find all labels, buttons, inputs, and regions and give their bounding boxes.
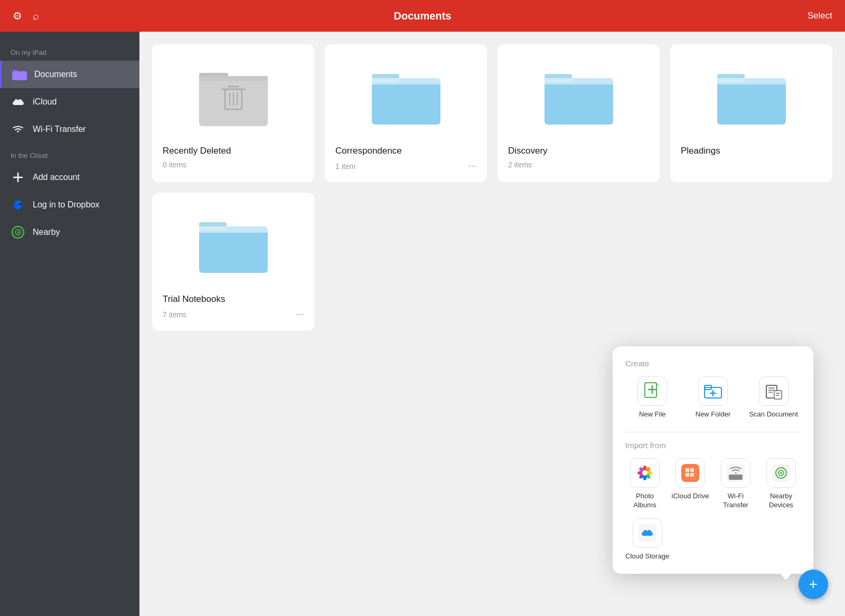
popup-icloud-drive[interactable]: iCloud Drive: [671, 458, 710, 510]
sidebar-item-documents-label: Documents: [34, 70, 77, 79]
popup-divider: [625, 432, 801, 432]
folder-meta-correspondence: 1 item ···: [335, 160, 476, 172]
folder-card-discovery[interactable]: Discovery 2 items: [497, 44, 660, 182]
fab-icon: +: [809, 576, 818, 593]
photo-albums-label: Photo Albums: [625, 492, 664, 510]
sidebar-item-wifi-label: Wi-Fi Transfer: [33, 125, 86, 134]
sidebar-item-dropbox[interactable]: Log in to Dropbox: [0, 191, 139, 219]
folder-icon: [12, 67, 27, 82]
create-items-grid: New File New Folder: [625, 376, 801, 419]
folders-grid: Recently Deleted 0 items Correspondence …: [152, 44, 832, 330]
trial-notebooks-more-button[interactable]: ···: [296, 309, 304, 320]
svg-rect-21: [372, 78, 440, 84]
svg-rect-28: [199, 226, 268, 273]
search-icon[interactable]: ⌕: [33, 10, 39, 22]
new-folder-icon: [698, 376, 728, 406]
dropbox-icon: [11, 197, 25, 212]
folder-icon-discovery: [508, 55, 649, 139]
sidebar-item-nearby-label: Nearby: [33, 228, 60, 237]
new-folder-label: New Folder: [696, 410, 730, 419]
folder-icon-correspondence: [335, 55, 476, 139]
new-file-icon: [637, 376, 667, 406]
folder-items-recently-deleted: 0 items: [163, 160, 186, 169]
svg-rect-59: [686, 473, 689, 477]
folder-name-recently-deleted: Recently Deleted: [163, 146, 304, 156]
top-bar: ⚙ ⌕ Documents Select: [0, 0, 845, 32]
folder-icon-trial-notebooks: [163, 203, 304, 288]
popup-scan-document[interactable]: Scan Document: [746, 376, 801, 419]
sidebar-item-icloud[interactable]: iCloud: [0, 88, 139, 116]
svg-rect-42: [774, 391, 782, 399]
on-my-ipad-label: On my iPad: [0, 40, 139, 61]
select-button[interactable]: Select: [808, 11, 832, 21]
create-popup: Create New File: [613, 346, 813, 574]
create-section-label: Create: [625, 359, 801, 368]
correspondence-more-button[interactable]: ···: [468, 160, 476, 172]
icloud-drive-label: iCloud Drive: [672, 492, 709, 501]
photo-albums-icon: [630, 458, 660, 488]
nearby-devices-label: Nearby Devices: [762, 492, 801, 510]
wifi-transfer-label: Wi-Fi Transfer: [716, 492, 755, 510]
sidebar-item-documents[interactable]: Documents: [0, 61, 139, 88]
svg-rect-24: [544, 78, 613, 84]
svg-rect-56: [683, 466, 697, 480]
folder-card-correspondence[interactable]: Correspondence 1 item ···: [325, 44, 487, 182]
svg-rect-25: [717, 78, 786, 125]
svg-rect-12: [199, 76, 268, 81]
nearby-devices-icon: [766, 458, 796, 488]
folder-name-pleadings: Pleadings: [681, 146, 822, 156]
svg-rect-60: [690, 473, 694, 477]
icloud-drive-icon: [675, 458, 705, 488]
scan-document-icon: [759, 376, 788, 406]
popup-cloud-storage[interactable]: Cloud Storage: [625, 518, 669, 561]
svg-rect-62: [729, 475, 743, 480]
svg-rect-58: [690, 468, 694, 472]
folder-card-pleadings[interactable]: Pleadings: [670, 44, 832, 182]
popup-new-folder[interactable]: New Folder: [686, 376, 740, 419]
sidebar-item-add-account-label: Add account: [33, 173, 80, 182]
cloud-storage-icon: [633, 518, 662, 548]
svg-rect-19: [372, 78, 440, 125]
folder-name-trial-notebooks: Trial Notebooks: [163, 294, 304, 305]
folder-items-discovery: 2 items: [508, 160, 532, 169]
popup-new-file[interactable]: New File: [625, 376, 680, 419]
sidebar-item-wifi[interactable]: Wi-Fi Transfer: [0, 116, 139, 143]
sidebar-item-dropbox-label: Log in to Dropbox: [33, 200, 99, 210]
svg-point-66: [780, 472, 782, 474]
folder-items-trial-notebooks: 7 items: [163, 310, 186, 319]
sidebar-item-nearby[interactable]: Nearby: [0, 219, 139, 246]
svg-rect-27: [717, 78, 786, 84]
import-section-label: Import from: [625, 441, 801, 450]
folder-meta-discovery: 2 items: [508, 160, 649, 169]
svg-point-9: [17, 231, 19, 233]
popup-nearby-devices[interactable]: Nearby Devices: [762, 458, 801, 510]
folder-name-correspondence: Correspondence: [335, 146, 476, 156]
scan-document-label: Scan Document: [749, 410, 798, 419]
popup-wifi-transfer[interactable]: Wi-Fi Transfer: [716, 458, 755, 510]
top-bar-right: Select: [808, 11, 832, 21]
fab-button[interactable]: +: [799, 570, 828, 599]
popup-photo-albums[interactable]: Photo Albums: [625, 458, 664, 510]
new-file-label: New File: [639, 410, 666, 419]
folder-icon-recently-deleted: [163, 55, 304, 139]
sidebar-item-icloud-label: iCloud: [33, 97, 57, 107]
content-area: Recently Deleted 0 items Correspondence …: [139, 32, 845, 616]
sidebar-item-add-account[interactable]: Add account: [0, 164, 139, 191]
sidebar: On my iPad Documents iCloud: [0, 32, 139, 616]
import-items-grid: Photo Albums: [625, 458, 801, 510]
page-title: Documents: [394, 10, 452, 22]
folder-items-correspondence: 1 item: [335, 162, 355, 170]
nearby-icon: [11, 225, 25, 240]
icloud-icon: [11, 94, 25, 109]
folder-name-discovery: Discovery: [508, 146, 649, 156]
folder-card-trial-notebooks[interactable]: Trial Notebooks 7 items ···: [152, 193, 314, 330]
main-layout: On my iPad Documents iCloud: [0, 32, 845, 616]
top-bar-left: ⚙ ⌕: [13, 10, 39, 22]
folder-card-recently-deleted[interactable]: Recently Deleted 0 items: [152, 44, 314, 182]
svg-rect-30: [199, 226, 268, 233]
svg-rect-57: [686, 468, 689, 472]
folder-meta-recently-deleted: 0 items: [163, 160, 304, 169]
cloud-storage-row: Cloud Storage: [625, 518, 801, 561]
settings-icon[interactable]: ⚙: [13, 10, 22, 22]
wifi-icon: [11, 122, 25, 137]
